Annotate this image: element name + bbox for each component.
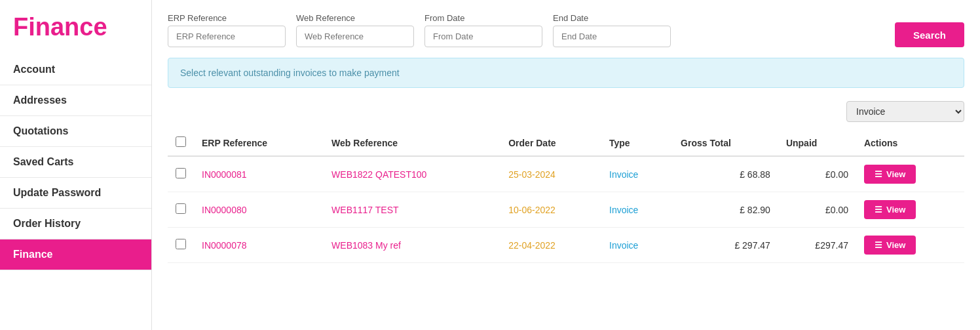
row-checkbox-cell (168, 156, 194, 192)
web-ref-link-2[interactable]: WEB1083 My ref (331, 240, 401, 251)
row-order-date: 22-04-2022 (500, 228, 601, 263)
row-web-ref: WEB1117 TEST (324, 192, 500, 228)
sidebar: Finance AccountAddressesQuotationsSaved … (0, 0, 152, 330)
from-date-filter-group: From Date (424, 13, 542, 47)
row-erp-ref: IN0000081 (194, 156, 324, 192)
row-actions: ☰ View (856, 156, 964, 192)
web-ref-link-1[interactable]: WEB1117 TEST (331, 205, 398, 215)
row-checkbox-0[interactable] (176, 168, 186, 178)
app-title: Finance (0, 7, 151, 54)
sidebar-item-addresses[interactable]: Addresses (0, 85, 151, 116)
col-gross-total: Gross Total (673, 130, 778, 156)
row-type: Invoice (601, 156, 673, 192)
filter-row: ERP Reference Web Reference From Date En… (168, 13, 964, 47)
col-web-ref: Web Reference (324, 130, 500, 156)
view-button-2[interactable]: ☰ View (864, 236, 916, 255)
sidebar-item-quotations[interactable]: Quotations (0, 116, 151, 147)
sidebar-item-account[interactable]: Account (0, 54, 151, 85)
erp-filter-group: ERP Reference (168, 13, 286, 47)
finance-table: ERP Reference Web Reference Order Date T… (168, 130, 964, 263)
web-input[interactable] (296, 26, 414, 47)
row-gross-total: £ 297.47 (673, 228, 778, 263)
web-filter-group: Web Reference (296, 13, 414, 47)
row-unpaid: £0.00 (778, 192, 856, 228)
row-erp-ref: IN0000078 (194, 228, 324, 263)
row-order-date: 10-06-2022 (500, 192, 601, 228)
row-checkbox-1[interactable] (176, 203, 186, 214)
sidebar-item-saved-carts[interactable]: Saved Carts (0, 147, 151, 178)
web-label: Web Reference (296, 13, 414, 23)
erp-ref-link-1[interactable]: IN0000080 (202, 205, 247, 215)
erp-ref-link-0[interactable]: IN0000081 (202, 169, 247, 180)
row-type: Invoice (601, 228, 673, 263)
sidebar-item-update-password[interactable]: Update Password (0, 178, 151, 209)
table-row: IN0000080 WEB1117 TEST 10-06-2022 Invoic… (168, 192, 964, 228)
row-actions: ☰ View (856, 192, 964, 228)
erp-label: ERP Reference (168, 13, 286, 23)
row-erp-ref: IN0000080 (194, 192, 324, 228)
info-banner: Select relevant outstanding invoices to … (168, 58, 964, 88)
end-date-label: End Date (553, 13, 671, 23)
row-order-date: 25-03-2024 (500, 156, 601, 192)
row-web-ref: WEB1083 My ref (324, 228, 500, 263)
row-checkbox-cell (168, 228, 194, 263)
row-checkbox-cell (168, 192, 194, 228)
select-all-checkbox[interactable] (176, 136, 186, 147)
end-date-input[interactable] (553, 26, 671, 47)
web-ref-link-0[interactable]: WEB1822 QATEST100 (331, 169, 426, 180)
type-link-2[interactable]: Invoice (609, 240, 638, 251)
col-checkbox (168, 130, 194, 156)
col-order-date: Order Date (500, 130, 601, 156)
erp-input[interactable] (168, 26, 286, 47)
view-button-0[interactable]: ☰ View (864, 165, 916, 184)
sidebar-item-order-history[interactable]: Order History (0, 209, 151, 239)
list-icon: ☰ (875, 205, 882, 215)
end-date-filter-group: End Date (553, 13, 671, 47)
table-row: IN0000078 WEB1083 My ref 22-04-2022 Invo… (168, 228, 964, 263)
from-date-label: From Date (424, 13, 542, 23)
page-layout: Finance AccountAddressesQuotationsSaved … (0, 0, 980, 330)
type-select[interactable]: InvoiceCredit NoteAll (846, 101, 964, 122)
list-icon: ☰ (875, 169, 882, 179)
row-actions: ☰ View (856, 228, 964, 263)
erp-ref-link-2[interactable]: IN0000078 (202, 240, 247, 251)
row-gross-total: £ 68.88 (673, 156, 778, 192)
col-type: Type (601, 130, 673, 156)
row-unpaid: £297.47 (778, 228, 856, 263)
col-unpaid: Unpaid (778, 130, 856, 156)
view-button-1[interactable]: ☰ View (864, 200, 916, 219)
table-header-row: ERP Reference Web Reference Order Date T… (168, 130, 964, 156)
row-checkbox-2[interactable] (176, 239, 186, 249)
row-type: Invoice (601, 192, 673, 228)
list-icon: ☰ (875, 240, 882, 250)
table-row: IN0000081 WEB1822 QATEST100 25-03-2024 I… (168, 156, 964, 192)
col-actions: Actions (856, 130, 964, 156)
type-dropdown-row: InvoiceCredit NoteAll (168, 101, 964, 122)
type-link-1[interactable]: Invoice (609, 205, 638, 215)
from-date-input[interactable] (424, 26, 542, 47)
search-button[interactable]: Search (895, 22, 964, 47)
main-content: ERP Reference Web Reference From Date En… (152, 0, 980, 330)
col-erp-ref: ERP Reference (194, 130, 324, 156)
sidebar-item-finance[interactable]: Finance (0, 239, 151, 270)
row-web-ref: WEB1822 QATEST100 (324, 156, 500, 192)
row-unpaid: £0.00 (778, 156, 856, 192)
type-link-0[interactable]: Invoice (609, 169, 638, 180)
row-gross-total: £ 82.90 (673, 192, 778, 228)
